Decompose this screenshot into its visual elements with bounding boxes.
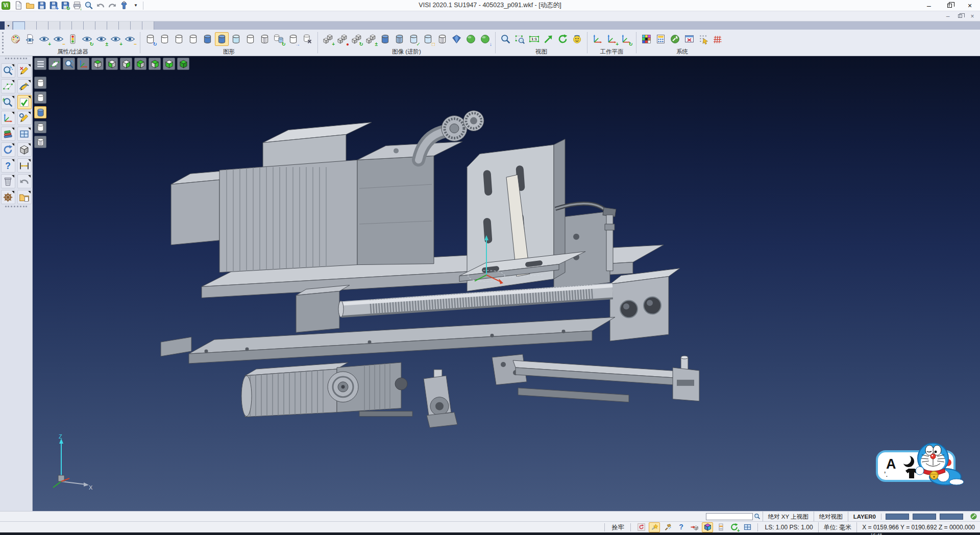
hide-entities-button[interactable]: − [52,32,65,46]
attribute-edit-button[interactable] [9,32,22,46]
show-entities-button[interactable]: + [37,32,51,46]
view-top-button[interactable] [91,58,104,70]
color-palette-button[interactable] [640,32,653,46]
toolbar-options-button[interactable]: ▼ [131,1,141,10]
shaded-mode-button[interactable] [34,106,46,118]
copy-graphics-button[interactable]: → [286,32,300,46]
render-button[interactable] [464,32,478,46]
attribute-scan-button[interactable] [23,32,37,46]
plane-select-button[interactable] [48,58,61,70]
redraw-button[interactable]: ↻ [143,32,157,46]
save-all-button[interactable]: ↻ [60,1,70,10]
multi-view-button[interactable] [742,522,753,532]
ime-sticker[interactable]: A ’. [876,439,969,488]
view-iso-button[interactable] [177,58,189,70]
solid-shaded-button[interactable] [378,32,392,46]
solids-refresh-button[interactable]: ↻ [350,32,363,46]
undo-view-button[interactable] [17,174,32,188]
undo-button[interactable] [95,1,106,10]
render-export-button[interactable]: ↓ [478,32,492,46]
highlight-wand-button[interactable] [649,522,660,532]
zoom-actual-button[interactable]: 1:1 [527,32,541,46]
entity-snap-button[interactable] [689,522,700,532]
close-button[interactable]: × [960,0,980,11]
tab-overflow-button[interactable]: ▼ [5,21,13,30]
workplane-edit-button[interactable]: + [605,32,619,46]
layer-swatch[interactable] [886,514,909,520]
selection-options-button[interactable] [1,63,15,78]
tab-flow[interactable] [131,21,142,30]
tab-machining[interactable] [119,21,131,30]
redo-button[interactable] [107,1,117,10]
preview-button[interactable] [84,1,94,10]
attributes-button[interactable] [1,127,15,141]
tab-application[interactable] [84,21,95,30]
save-as-button[interactable]: + [48,1,59,10]
mdi-restore-button[interactable] [957,13,964,20]
tab-reverse[interactable] [142,21,154,30]
view-iso-right-button[interactable] [149,58,161,70]
solids-filter-button[interactable]: ● [335,32,349,46]
layer-bars-button[interactable] [715,522,726,532]
solid-view-button[interactable] [17,142,32,157]
erase-button[interactable] [17,63,32,78]
grid-settings-button[interactable] [711,32,725,46]
layer-swatch[interactable] [913,514,936,520]
shaded-edge-view-button[interactable] [215,32,229,46]
delete-button[interactable] [1,174,15,188]
view-cube-button[interactable] [702,522,713,532]
restore-button[interactable] [939,0,960,11]
workplane-create-button[interactable] [591,32,604,46]
hatch-mode-button[interactable] [34,136,46,148]
solids-add-button[interactable]: + [321,32,335,46]
dock-drag-handle[interactable] [5,58,27,62]
zoom-previous-button[interactable] [499,32,512,46]
3d-viewport[interactable]: Z X A ’. [33,56,980,511]
solid-reference-button[interactable]: □ [421,32,435,46]
axis-orient-button[interactable] [77,58,89,70]
toolbox-button[interactable] [1,190,15,204]
hide-all-button[interactable]: − [123,32,137,46]
active-layer-indicator[interactable]: LAYER0 [848,512,881,522]
view-rotate-button[interactable] [556,32,570,46]
gem-display-button[interactable] [450,32,463,46]
graphics-settings-button[interactable] [301,32,314,46]
transparent-mode-button[interactable] [34,121,46,133]
tab-molding[interactable] [95,21,107,30]
workplane-align-button[interactable]: ↻ [619,32,633,46]
hidden-line-mode-button[interactable] [34,91,46,104]
wireframe-view-button[interactable] [158,32,172,46]
view-orient-button[interactable] [542,32,555,46]
profile-folder-button[interactable] [17,190,32,204]
rotation-lock-button[interactable] [635,522,647,532]
flat-view-button[interactable] [243,32,257,46]
solid-striped-button[interactable] [393,32,406,46]
new-file-button[interactable] [13,1,23,10]
solid-hatch-button[interactable] [435,32,449,46]
regen-button[interactable] [1,142,15,157]
solids-toggle-button[interactable]: ± [364,32,378,46]
tab-edit[interactable] [25,21,37,30]
view-lock-indicator[interactable]: 绝对 XY 上视图 [763,512,814,522]
zoom-options-button[interactable] [1,95,15,109]
view-right-button[interactable] [120,58,132,70]
selection-window-button[interactable] [1,79,15,93]
shaded-view-button[interactable] [201,32,214,46]
view-observer-button[interactable] [570,32,584,46]
wcs-button[interactable] [1,111,15,125]
pick-tool-button[interactable] [662,522,673,532]
zoom-dynamic-button[interactable] [63,58,75,70]
mdi-minimize-button[interactable]: – [944,13,951,20]
minimize-button[interactable]: – [919,0,939,11]
visibility-filter-button[interactable] [66,32,80,46]
view-front-button[interactable] [106,58,118,70]
search-icon[interactable] [754,513,761,520]
hidden-line-view-button[interactable] [172,32,186,46]
dashed-view-button[interactable] [186,32,200,46]
solid-verify-button[interactable]: ✓ [407,32,421,46]
view-iso-front-button[interactable] [134,58,146,70]
wireframe-mode-button[interactable] [34,77,46,89]
absolute-view-indicator[interactable]: 绝对视图 [814,512,848,522]
table-editor-button[interactable] [682,32,696,46]
print-button[interactable]: ↓ [72,1,82,10]
